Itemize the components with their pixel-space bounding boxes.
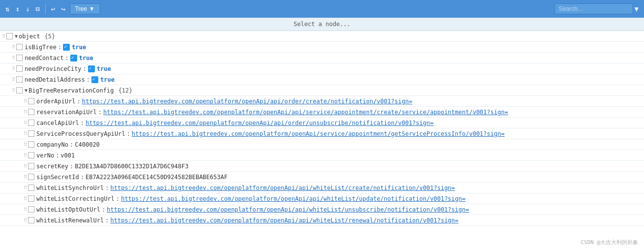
row-key: signSecretId bbox=[36, 174, 79, 181]
row-key: companyNo bbox=[36, 141, 68, 148]
bool-icon bbox=[63, 44, 70, 51]
drag-handle: ⠿ bbox=[24, 185, 27, 190]
row-value-link[interactable]: https://test.api.bigtreedev.com/openplat… bbox=[107, 206, 469, 213]
tree-row[interactable]: ⠿ cancelApiUrl : https://test.api.bigtre… bbox=[0, 118, 644, 128]
bool-icon bbox=[70, 55, 77, 62]
row-key: needContact bbox=[25, 55, 63, 62]
row-value-link[interactable]: https://test.api.bigtreedev.com/openplat… bbox=[82, 98, 412, 105]
row-value-link[interactable]: https://test.api.bigtreedev.com/openplat… bbox=[121, 195, 466, 202]
drag-handle: ⠿ bbox=[2, 33, 5, 39]
row-key: verNo bbox=[36, 152, 54, 159]
expand-icon[interactable]: ▼ bbox=[25, 88, 28, 93]
tree-row[interactable]: ⠿ ServiceProcessQueryApiUrl : https://te… bbox=[0, 128, 644, 139]
separator-1 bbox=[45, 4, 46, 14]
row-checkbox[interactable] bbox=[16, 76, 23, 83]
undo-icon[interactable]: ↩ bbox=[50, 4, 57, 14]
move-up-icon[interactable]: ⇅ bbox=[4, 4, 11, 14]
row-checkbox[interactable] bbox=[16, 55, 23, 61]
row-key: whiteListCorrectingUrl bbox=[36, 195, 115, 202]
row-checkbox[interactable] bbox=[28, 217, 34, 223]
row-checkbox[interactable] bbox=[28, 120, 34, 126]
bool-icon bbox=[88, 65, 95, 72]
row-checkbox[interactable] bbox=[28, 174, 34, 180]
row-key: needDetailAddress bbox=[25, 76, 85, 83]
row-checkbox[interactable] bbox=[28, 195, 34, 202]
tree-row[interactable]: ⠿ verNo : v001 bbox=[0, 150, 644, 161]
tree-row[interactable]: ⠿ whiteListCorrectingUrl : https://test.… bbox=[0, 193, 644, 204]
drag-handle: ⠿ bbox=[24, 131, 27, 136]
tree-row[interactable]: ⠿ ▼ BigTreeReservationConfig {12} bbox=[0, 85, 644, 96]
drag-handle: ⠿ bbox=[24, 109, 27, 115]
row-value: EB7A2223A096E4DCE14C50D924582BEBABE653AF bbox=[86, 174, 228, 181]
row-key: secretKey bbox=[36, 163, 68, 170]
drag-handle: ⠿ bbox=[12, 77, 15, 82]
drag-handle: ⠿ bbox=[12, 55, 15, 61]
row-value-link[interactable]: https://test.api.bigtreedev.com/openplat… bbox=[111, 185, 455, 191]
filter-icon[interactable]: ⊟ bbox=[34, 4, 41, 14]
drag-handle: ⠿ bbox=[24, 98, 27, 104]
tree-row[interactable]: ⠿ signSecretId : EB7A2223A096E4DCE14C50D… bbox=[0, 172, 644, 183]
sort-icon[interactable]: ⇓ bbox=[24, 4, 31, 14]
row-value: true bbox=[72, 44, 86, 51]
redo-icon[interactable]: ↪ bbox=[59, 4, 66, 14]
tree-label: Tree bbox=[75, 5, 87, 12]
row-value-link[interactable]: https://test.api.bigtreedev.com/openplat… bbox=[132, 130, 505, 137]
move-down-icon[interactable]: ↕ bbox=[14, 4, 21, 14]
tree-row[interactable]: ⠿ secretKey : B2DE13A4D7D8600C1332D1A7D6… bbox=[0, 161, 644, 172]
drag-handle: ⠿ bbox=[24, 218, 27, 223]
row-value-link[interactable]: https://test.api.bigtreedev.com/openplat… bbox=[111, 217, 459, 224]
row-checkbox[interactable] bbox=[28, 206, 34, 213]
tree-row[interactable]: ⠿ orderApiUrl : https://test.api.bigtree… bbox=[0, 96, 644, 107]
tree-row[interactable]: ⠿ whiteListOptOutUrl : https://test.api.… bbox=[0, 204, 644, 215]
row-key: needProvinceCity bbox=[25, 65, 82, 72]
row-checkbox[interactable] bbox=[28, 185, 34, 191]
drag-handle: ⠿ bbox=[12, 88, 15, 93]
search-options-icon[interactable]: ▼ bbox=[633, 4, 640, 14]
row-key: cancelApiUrl bbox=[36, 120, 79, 126]
row-count: {12} bbox=[115, 87, 132, 94]
tree-row[interactable]: ⠿ reservationApiUrl : https://test.api.b… bbox=[0, 107, 644, 118]
tree-row[interactable]: ⠿ needDetailAddress : true bbox=[0, 74, 644, 85]
row-checkbox[interactable] bbox=[16, 87, 23, 93]
drag-handle: ⠿ bbox=[24, 153, 27, 158]
row-checkbox[interactable] bbox=[16, 44, 23, 50]
drag-handle: ⠿ bbox=[24, 174, 27, 180]
row-value: C400020 bbox=[75, 141, 100, 148]
search-input[interactable] bbox=[555, 3, 633, 14]
drag-handle: ⠿ bbox=[24, 142, 27, 147]
row-checkbox[interactable] bbox=[28, 163, 34, 169]
watermark: CSDN @大吉大利的卦象 bbox=[581, 239, 638, 246]
row-key: whiteListOptOutUrl bbox=[36, 206, 100, 213]
tree-row[interactable]: ⠿ isBigTree : true bbox=[0, 42, 644, 53]
select-node-bar: Select a node... bbox=[0, 18, 644, 31]
row-checkbox[interactable] bbox=[28, 141, 34, 148]
row-value: true bbox=[100, 76, 115, 83]
row-checkbox[interactable] bbox=[6, 33, 13, 39]
drag-handle: ⠿ bbox=[24, 163, 27, 169]
tree-row[interactable]: ⠿ whiteListRenewalUrl : https://test.api… bbox=[0, 215, 644, 226]
tree-row[interactable]: ⠿ whiteListSynchroUrl : https://test.api… bbox=[0, 183, 644, 193]
row-checkbox[interactable] bbox=[28, 98, 34, 104]
row-value-link[interactable]: https://test.api.bigtreedev.com/openplat… bbox=[86, 120, 434, 126]
row-key: orderApiUrl bbox=[36, 98, 75, 105]
row-key: whiteListRenewalUrl bbox=[36, 217, 104, 224]
row-value: v001 bbox=[60, 152, 75, 159]
row-checkbox[interactable] bbox=[28, 152, 34, 158]
row-count: {5} bbox=[41, 33, 55, 40]
row-key: reservationApiUrl bbox=[36, 109, 97, 116]
search-box: ▼ bbox=[555, 3, 640, 14]
tree-view-button[interactable]: Tree ▼ bbox=[70, 3, 100, 14]
row-checkbox[interactable] bbox=[28, 109, 34, 115]
row-checkbox[interactable] bbox=[16, 65, 23, 72]
row-checkbox[interactable] bbox=[28, 130, 34, 137]
bool-icon bbox=[91, 76, 98, 83]
tree-row[interactable]: ⠿ companyNo : C400020 bbox=[0, 139, 644, 150]
toolbar: ⇅ ↕ ⇓ ⊟ ↩ ↪ Tree ▼ ▼ bbox=[0, 0, 644, 18]
tree-row[interactable]: ⠿ needContact : true bbox=[0, 53, 644, 63]
tree-row[interactable]: ⠿ ▼ object {5} bbox=[0, 31, 644, 42]
expand-icon[interactable]: ▼ bbox=[15, 33, 18, 39]
row-key: BigTreeReservationConfig bbox=[29, 87, 114, 94]
watermark-text: CSDN @大吉大利的卦象 bbox=[581, 239, 638, 246]
row-value-link[interactable]: https://test.api.bigtreedev.com/openplat… bbox=[103, 109, 508, 116]
tree-row[interactable]: ⠿ needProvinceCity : true bbox=[0, 63, 644, 74]
